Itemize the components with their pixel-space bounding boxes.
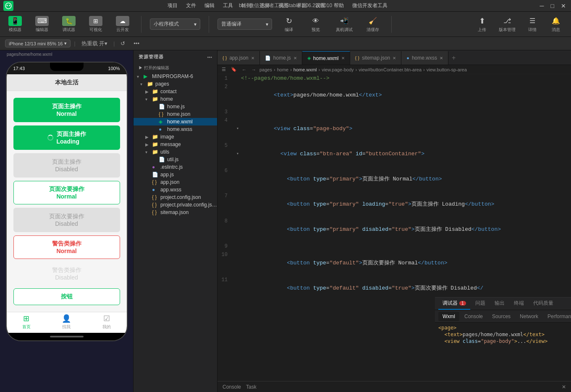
clear-cache-button[interactable]: 🧹 清缓存 xyxy=(363,14,383,34)
minimize-button[interactable]: ─ xyxy=(538,3,546,9)
window-controls[interactable]: ─ □ ✕ xyxy=(538,3,568,9)
tree-item-app-wxss[interactable]: ● app.wxss xyxy=(134,186,217,193)
close-sitemap-json-tab[interactable]: ✕ xyxy=(393,56,396,60)
tree-item-pages[interactable]: ▾ 📁 pages xyxy=(134,80,217,88)
phone-nav-mine[interactable]: ☑ 我的 xyxy=(102,314,111,330)
tree-item-project[interactable]: ▾ ▶ MINIPROGRAM-6 xyxy=(134,73,217,80)
version-mgr-button[interactable]: ⎇ 版本管理 xyxy=(495,14,519,34)
breadcrumb-pages[interactable]: pages xyxy=(259,67,272,72)
inner-tab-wxml[interactable]: Wxml xyxy=(438,312,459,321)
folder-contact-icon: 📁 xyxy=(152,89,159,94)
close-home-wxml-tab[interactable]: ✕ xyxy=(341,56,345,60)
menu-edit[interactable]: 编辑 xyxy=(203,1,216,10)
notifications-button[interactable]: 🔔 消息 xyxy=(546,14,566,34)
tab-sitemap-json[interactable]: { } sitemap.json ✕ xyxy=(350,51,402,65)
menu-icon[interactable]: ☰ xyxy=(220,66,228,73)
compile-mode-select[interactable]: 小程序模式 ▾ xyxy=(150,18,200,30)
breadcrumb-view-button-sp-area[interactable]: view.button-sp-area xyxy=(427,67,467,72)
phone-time: 17:43 xyxy=(13,66,25,71)
phone-btn-secondary-normal: 页面次要操作 Normal xyxy=(13,181,120,204)
tree-item-eslint[interactable]: ● .eslintrc.js xyxy=(134,163,217,171)
compiler-select[interactable]: 普通编译 ▾ xyxy=(217,18,272,30)
inner-tab-performance[interactable]: Performance xyxy=(543,312,571,321)
compile-button[interactable]: ↻ 编译 xyxy=(279,14,299,34)
tree-item-home-wxss[interactable]: ● home.wxss xyxy=(134,125,217,133)
add-tab-button[interactable]: + xyxy=(448,51,459,65)
tree-item-sitemap[interactable]: { } sitemap.json xyxy=(134,209,217,216)
menu-devtools[interactable]: 微信开发者工具 xyxy=(351,1,389,10)
close-home-wxss-tab[interactable]: ✕ xyxy=(440,56,443,60)
panel-tab-debugger[interactable]: 调试器 1 xyxy=(438,298,470,310)
back-icon[interactable]: ← xyxy=(240,67,248,73)
tree-item-project-private-config[interactable]: { } project.private.config.json xyxy=(134,201,217,209)
menu-help[interactable]: 帮助 xyxy=(332,1,346,10)
tree-item-home-wxml[interactable]: ◈ home.wxml xyxy=(134,118,217,125)
home-line xyxy=(50,336,84,337)
dom-line-page[interactable]: <page> xyxy=(438,324,571,331)
breadcrumb-view-btn-area[interactable]: view#buttonContainer.btn-area xyxy=(359,67,422,72)
simulator-button[interactable]: 📱 模拟器 xyxy=(5,14,25,34)
tree-item-project-config[interactable]: { } project.config.json xyxy=(134,193,217,201)
visible-button[interactable]: ⊞ 可视化 xyxy=(86,14,106,34)
phone-status-bar: 17:43 100% xyxy=(7,63,127,74)
close-app-json-tab[interactable]: ✕ xyxy=(251,56,254,60)
real-machine-button[interactable]: 📲 真机调试 xyxy=(333,14,356,34)
close-home-js-tab[interactable]: ✕ xyxy=(293,56,297,60)
panel-tab-code-quality[interactable]: 代码质量 xyxy=(529,298,558,310)
menu-project[interactable]: 项目 xyxy=(166,1,179,10)
tree-item-message[interactable]: ▶ 📁 message xyxy=(134,141,217,148)
hot-reload-toggle[interactable]: 热重载 开▾ xyxy=(79,39,110,48)
breadcrumb-home[interactable]: home xyxy=(277,67,289,72)
breadcrumb-view-page-body[interactable]: view.page-body xyxy=(322,67,354,72)
panel-tab-issues[interactable]: 问题 xyxy=(471,298,490,310)
details-button[interactable]: ☰ 详情 xyxy=(522,14,542,34)
cloud-button[interactable]: ☁ 云开发 xyxy=(113,14,133,34)
console-close-icon[interactable]: ✕ xyxy=(562,384,566,390)
console-label[interactable]: Console xyxy=(223,384,241,390)
tree-item-app-json[interactable]: { } app.json xyxy=(134,178,217,186)
phone-battery: 100% xyxy=(108,66,120,71)
file-tree-actions[interactable]: ••• xyxy=(207,55,212,60)
folder-message-icon: 📁 xyxy=(152,141,159,147)
bookmark-icon[interactable]: 🔖 xyxy=(229,66,238,73)
phone-nav-explore[interactable]: ⊞ 首页 xyxy=(22,314,31,330)
inner-tab-network[interactable]: Network xyxy=(516,312,542,321)
svg-point-0 xyxy=(5,3,11,9)
tree-item-utils[interactable]: ▾ 📁 utils xyxy=(134,148,217,156)
device-select[interactable]: iPhone 12/13 mini 85% 16 ▾ xyxy=(5,39,71,47)
tab-home-js[interactable]: 📄 home.js ✕ xyxy=(260,51,302,65)
forward-icon[interactable]: → xyxy=(250,67,258,73)
tree-item-home[interactable]: ▾ 📁 home xyxy=(134,95,217,103)
tree-item-home-js[interactable]: 📄 home.js xyxy=(134,103,217,110)
menu-tools[interactable]: 工具 xyxy=(221,1,235,10)
panel-tab-output[interactable]: 输出 xyxy=(490,298,509,310)
upload-button[interactable]: ⬆ 上传 xyxy=(472,14,492,34)
code-editor[interactable]: 1 <!--pages/home/home.wxml--> 2 <text>pa… xyxy=(217,74,571,297)
task-label[interactable]: Task xyxy=(246,384,257,390)
tab-home-wxss[interactable]: ● home.wxss ✕ xyxy=(401,51,448,65)
tree-item-util-js[interactable]: 📄 util.js xyxy=(134,156,217,163)
dom-line-text[interactable]: <text>pages/home/home.wxml</text> xyxy=(438,331,571,338)
menu-file[interactable]: 文件 xyxy=(184,1,198,10)
inner-tab-console[interactable]: Console xyxy=(460,312,487,321)
panel-tab-terminal[interactable]: 终端 xyxy=(510,298,528,310)
tab-home-wxml[interactable]: ◈ home.wxml ✕ xyxy=(302,51,350,65)
editor-button[interactable]: ⌨ 编辑器 xyxy=(32,14,52,34)
refresh-button[interactable]: ↺ xyxy=(118,39,128,47)
phone-nav-find[interactable]: 👤 找我 xyxy=(62,314,71,330)
tree-item-home-json[interactable]: { } home.json xyxy=(134,110,217,118)
tree-item-image[interactable]: ▶ 📁 image xyxy=(134,133,217,141)
inner-tab-sources[interactable]: Sources xyxy=(488,312,515,321)
breadcrumb-home-wxml[interactable]: home.wxml xyxy=(293,67,317,72)
more-button[interactable]: ••• xyxy=(131,39,142,47)
tab-app-json[interactable]: { } app.json ✕ xyxy=(217,51,260,65)
tree-item-contact[interactable]: ▶ 📁 contact xyxy=(134,88,217,95)
close-button[interactable]: ✕ xyxy=(559,3,568,9)
open-editors-label[interactable]: ▶ 打开的编辑器 xyxy=(134,63,217,73)
file-tree-more-icon[interactable]: ••• xyxy=(207,55,212,60)
maximize-button[interactable]: □ xyxy=(549,3,556,9)
debugger-button[interactable]: 🐛 调试器 xyxy=(59,14,79,34)
dom-line-view[interactable]: <view class="page-body">...</view> xyxy=(438,338,571,345)
preview-button[interactable]: 👁 预览 xyxy=(306,14,326,34)
tree-item-app-js[interactable]: 📄 app.js xyxy=(134,171,217,178)
